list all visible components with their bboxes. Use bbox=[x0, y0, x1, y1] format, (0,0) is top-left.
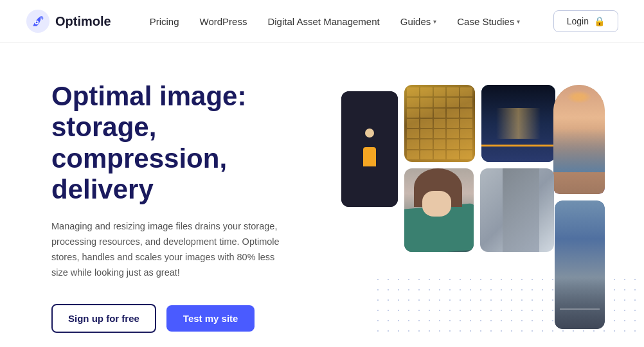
hero-content: Optimal image: storage, compression, del… bbox=[51, 81, 321, 333]
hero-buttons: Sign up for free Test my site bbox=[51, 304, 321, 333]
nav-wordpress[interactable]: WordPress bbox=[200, 16, 247, 27]
nav-digital-asset[interactable]: Digital Asset Management bbox=[267, 16, 379, 27]
photo-cliffside bbox=[555, 200, 605, 329]
hero-description: Managing and resizing image files drains… bbox=[51, 219, 283, 281]
signup-button[interactable]: Sign up for free bbox=[51, 304, 156, 333]
photo-night-city bbox=[481, 85, 555, 162]
photo-landscape-tall bbox=[553, 85, 605, 194]
hero-section: Optimal image: storage, compression, del… bbox=[0, 43, 644, 345]
hero-visual bbox=[321, 69, 618, 345]
navbar: Optimole Pricing WordPress Digital Asset… bbox=[0, 0, 644, 43]
nav-actions: Login 🔒 bbox=[553, 10, 618, 32]
nav-case-studies[interactable]: Case Studies ▾ bbox=[457, 16, 520, 27]
login-label: Login bbox=[567, 16, 589, 26]
hero-title: Optimal image: storage, compression, del… bbox=[51, 81, 321, 205]
brand-name: Optimole bbox=[55, 14, 111, 29]
logo-area[interactable]: Optimole bbox=[26, 9, 111, 33]
login-button[interactable]: Login 🔒 bbox=[553, 10, 618, 32]
photo-building-facade bbox=[404, 85, 475, 162]
nav-links: Pricing WordPress Digital Asset Manageme… bbox=[150, 16, 553, 27]
photo-architecture bbox=[480, 168, 554, 252]
photo-person-jacket bbox=[341, 91, 398, 207]
brand-logo-icon bbox=[26, 9, 50, 33]
guides-chevron-icon: ▾ bbox=[433, 18, 436, 25]
photo-person-reading bbox=[404, 168, 474, 252]
lock-icon: 🔒 bbox=[594, 16, 605, 26]
nav-pricing[interactable]: Pricing bbox=[150, 16, 179, 27]
case-studies-chevron-icon: ▾ bbox=[517, 18, 520, 25]
test-site-button[interactable]: Test my site bbox=[166, 305, 255, 332]
nav-guides[interactable]: Guides ▾ bbox=[400, 16, 437, 27]
svg-point-2 bbox=[36, 21, 38, 23]
